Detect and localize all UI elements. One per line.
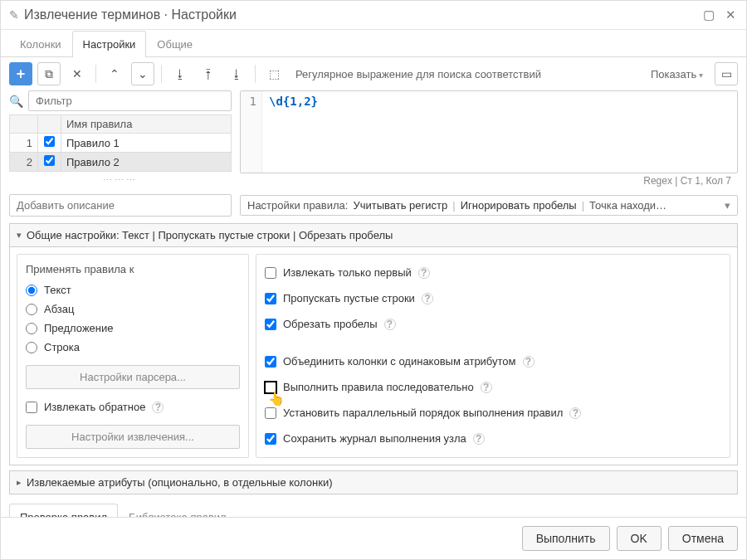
rule-checkbox[interactable] [44,155,55,166]
help-icon[interactable]: ? [384,319,396,330]
check-merge-cols[interactable]: Объединить колонки с одинаковым атрибуто… [265,352,721,371]
regex-status: Regex | Ст 1, Кол 7 [240,173,738,188]
pencil-icon: ✎ [9,8,19,22]
dialog-window: ✎ Извлечение терминов · Настройки ▢ ✕ Ко… [0,0,747,560]
help-icon[interactable]: ? [523,356,535,368]
section-attributes-header[interactable]: ▸ Извлекаемые атрибуты (опционально, в о… [9,470,738,494]
copy-button[interactable]: ⧉ [37,62,61,85]
radio-text[interactable]: Текст [26,280,240,299]
description-input[interactable] [9,194,232,217]
toolbar: + ⧉ ✕ ⌃ ⌄ ⭳ ⭱ ⭳ ⬚ Регулярное выражение д… [1,57,746,90]
section-title: Общие настройки: Текст | Пропускать пуст… [27,229,393,241]
delete-button[interactable]: ✕ [66,62,89,85]
check-skip-empty[interactable]: Пропускать пустые строки? [265,289,721,308]
move-down-button[interactable]: ⌄ [131,62,154,85]
titlebar: ✎ Извлечение терминов · Настройки ▢ ✕ [1,1,746,30]
tab-rule-check[interactable]: Проверка правил [9,504,118,517]
chevron-right-icon: ▸ [17,477,22,488]
rules-table: Имя правила 1 Правило 1 2 Правило 2 [9,114,232,172]
help-icon[interactable]: ? [569,407,581,419]
rule-options-label: Настройки правила: [247,199,348,212]
check-sequential[interactable]: 👆 Выполнить правила последовательно? [265,377,721,397]
help-icon[interactable]: ? [422,293,433,304]
search-icon: 🔍 [9,95,23,108]
extract-settings-button[interactable]: Настройки извлечения... [26,425,240,449]
section-general-body: Применять правила к Текст Абзац Предложе… [9,247,738,465]
opt-whitespace[interactable]: Игнорировать пробелы [461,199,577,212]
help-icon[interactable]: ? [473,433,485,445]
download-button[interactable]: ⭳ [225,62,248,85]
rule-options-bar: Настройки правила: Учитывать регистр| Иг… [240,195,738,216]
apply-to-title: Применять правила к [26,263,240,275]
check-journal[interactable]: Сохранить журнал выполнения узла? [265,429,721,448]
radio-sentence[interactable]: Предложение [26,319,240,338]
rule-name-cell[interactable]: Правило 1 [61,134,232,153]
table-resize-handle[interactable]: ⋯⋯⋯ [9,172,232,189]
chevron-down-icon[interactable]: ▾ [725,199,730,212]
section-title: Извлекаемые атрибуты (опционально, в отд… [27,476,332,489]
regex-editor[interactable]: 1 \d{1,2} [240,90,738,173]
show-dropdown[interactable]: Показать [651,68,703,80]
section-general-header[interactable]: ▾ Общие настройки: Текст | Пропускать пу… [9,223,738,247]
right-options-panel: Извлекать только первый? Пропускать пуст… [256,254,730,458]
top-tabs: Колонки Настройки Общие [1,30,746,57]
rule-checkbox[interactable] [44,136,55,147]
filter-input[interactable] [28,90,232,111]
table-row[interactable]: 1 Правило 1 [10,134,232,153]
close-icon[interactable]: ✕ [723,7,738,22]
import-button[interactable]: ⭳ [168,62,192,85]
help-icon[interactable]: ? [418,267,430,279]
move-up-button[interactable]: ⌃ [103,62,126,85]
line-number: 1 [241,91,262,173]
check-trim[interactable]: Обрезать пробелы? [265,314,721,334]
parser-settings-button[interactable]: Настройки парсера... [26,365,240,389]
add-button[interactable]: + [9,62,32,85]
cancel-button[interactable]: Отмена [668,526,738,551]
footer: Выполнить OK Отмена [1,517,746,559]
tab-settings[interactable]: Настройки [72,31,147,57]
fullscreen-button[interactable]: ▭ [715,62,738,85]
maximize-icon[interactable]: ▢ [701,7,716,22]
radio-paragraph[interactable]: Абзац [26,299,240,319]
content-area: 🔍 Имя правила 1 Правило 1 [1,90,746,517]
apply-to-panel: Применять правила к Текст Абзац Предложе… [17,254,249,458]
ok-button[interactable]: OK [617,526,662,551]
tab-columns[interactable]: Колонки [9,31,72,57]
check-extract-inverse[interactable]: Извлекать обратное? [26,397,240,416]
check-parallel[interactable]: Установить параллельный порядок выполнен… [265,403,721,422]
table-row[interactable]: 2 Правило 2 [10,153,232,172]
cube-icon[interactable]: ⬚ [262,62,286,85]
chevron-down-icon: ▾ [17,230,22,241]
tab-rule-library[interactable]: Библиотека правил [118,504,237,517]
opt-dot[interactable]: Точка находи… [589,199,716,212]
radio-line[interactable]: Строка [26,338,240,357]
toolbar-label: Регулярное выражение для поиска соответс… [295,68,646,80]
run-button[interactable]: Выполнить [522,526,610,551]
help-icon[interactable]: ? [152,402,164,413]
col-name[interactable]: Имя правила [61,115,232,134]
bottom-tabs: Проверка правил Библиотека правил [9,503,738,517]
tab-general[interactable]: Общие [146,31,203,57]
rule-name-cell[interactable]: Правило 2 [61,153,232,172]
upload-button[interactable]: ⭱ [197,62,220,85]
help-icon[interactable]: ? [481,382,492,393]
opt-case[interactable]: Учитывать регистр [353,199,447,212]
window-title: Извлечение терминов · Настройки [24,7,695,22]
check-first-only[interactable]: Извлекать только первый? [265,263,721,282]
